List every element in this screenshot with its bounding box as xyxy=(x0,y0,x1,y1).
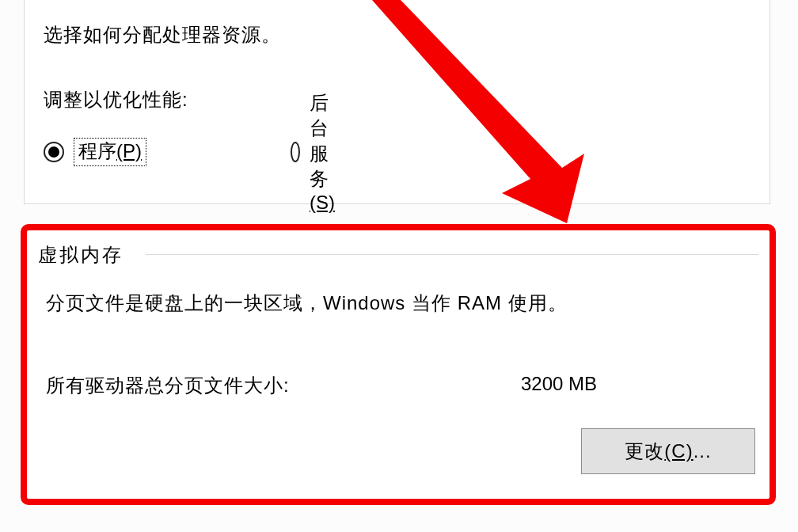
change-button[interactable]: 更改(C)... xyxy=(581,428,755,474)
groupbox-rule-icon xyxy=(146,254,758,255)
change-button-suffix: ... xyxy=(694,440,712,462)
radio-circle-icon xyxy=(291,142,300,162)
radio-background-label-wrap: 后台服务(S) xyxy=(310,90,346,214)
scheduling-description: 选择如何分配处理器资源。 xyxy=(44,22,281,48)
virtual-memory-legend: 虚拟内存 xyxy=(35,242,130,268)
radio-background-label: 后台服务 xyxy=(310,92,329,189)
radio-circle-icon xyxy=(44,142,64,162)
radio-programs-label-focus: 程序(P) xyxy=(74,138,146,166)
radio-programs-accel: (P) xyxy=(116,140,142,162)
radio-background-accel: (S) xyxy=(310,192,335,213)
change-button-accel: (C) xyxy=(664,440,693,462)
radio-dot-icon xyxy=(48,146,59,158)
processor-scheduling-group: 选择如何分配处理器资源。 调整以优化性能: 程序(P) 后台服务(S) xyxy=(24,0,770,204)
radio-programs-label: 程序 xyxy=(78,140,116,162)
virtual-memory-group: 虚拟内存 分页文件是硬盘上的一块区域，Windows 当作 RAM 使用。 所有… xyxy=(21,224,776,505)
scheduling-radio-row: 程序(P) 后台服务(S) xyxy=(44,138,146,166)
adjust-for-label: 调整以优化性能: xyxy=(44,87,188,112)
paging-file-size-row: 所有驱动器总分页文件大小: 3200 MB xyxy=(46,373,750,398)
radio-background-services[interactable]: 后台服务(S) xyxy=(291,90,346,214)
paging-file-size-value: 3200 MB xyxy=(521,373,597,395)
change-button-prefix: 更改 xyxy=(625,440,664,462)
paging-file-size-label: 所有驱动器总分页文件大小: xyxy=(46,373,290,398)
virtual-memory-description: 分页文件是硬盘上的一块区域，Windows 当作 RAM 使用。 xyxy=(46,291,568,316)
radio-programs[interactable]: 程序(P) xyxy=(44,138,146,166)
